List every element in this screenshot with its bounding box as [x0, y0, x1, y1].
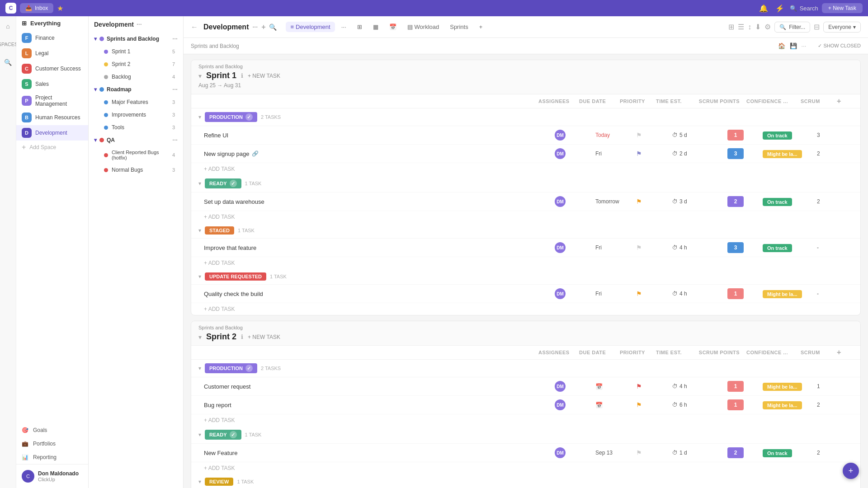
- task-name-new-feature[interactable]: New Feature: [204, 450, 555, 456]
- tab-sprints[interactable]: Sprints: [445, 22, 472, 32]
- more-topbar-icon[interactable]: ···: [802, 42, 807, 49]
- filter-button[interactable]: 🔍 Filter...: [774, 22, 810, 33]
- sidebar-item-sales[interactable]: S Sales: [16, 76, 88, 92]
- add-col-icon-s2[interactable]: +: [837, 348, 841, 356]
- task-name-customer-request[interactable]: Customer request: [204, 383, 555, 390]
- add-task-ready[interactable]: + ADD TASK: [191, 211, 860, 223]
- sidebar-reporting[interactable]: 📊 Reporting: [16, 450, 88, 464]
- add-col-icon[interactable]: +: [837, 97, 841, 105]
- panel-sprint2[interactable]: Sprint 2 7: [91, 58, 180, 70]
- tab-grid[interactable]: ▦: [368, 22, 383, 32]
- tab-more-views[interactable]: ···: [337, 22, 351, 32]
- panel-more-icon[interactable]: ···: [137, 21, 142, 28]
- sprint1-label: Sprint 1: [112, 48, 130, 55]
- group-production[interactable]: ▾ PRODUCTION ✓ 2 TASKS: [191, 108, 860, 126]
- group-collapse-icon[interactable]: ▾: [198, 432, 201, 438]
- sidebar-portfolios[interactable]: 💼 Portfolios: [16, 437, 88, 450]
- group-ready-s2[interactable]: ▾ READY ✓ 1 TASK: [191, 426, 860, 444]
- columns-icon[interactable]: ⊞: [728, 23, 734, 31]
- sidebar-item-customer-success[interactable]: C Customer Success: [16, 61, 88, 76]
- sidebar-everything[interactable]: ⊞ Everything: [16, 16, 88, 30]
- group-collapse-icon[interactable]: ▾: [198, 180, 201, 187]
- show-closed-button[interactable]: ✓ SHOW CLOSED: [818, 43, 861, 49]
- panel-improvements[interactable]: Improvements 3: [91, 109, 180, 121]
- group-more-icon[interactable]: ···: [172, 35, 178, 42]
- group-review-s2[interactable]: ▾ REVIEW 1 TASK: [191, 474, 860, 488]
- group-ready[interactable]: ▾ READY ✓ 1 TASK: [191, 175, 860, 192]
- sprint1-new-task-btn[interactable]: + NEW TASK: [248, 73, 280, 79]
- sprint2-new-task-btn[interactable]: + NEW TASK: [248, 334, 280, 340]
- add-view-button[interactable]: +: [475, 22, 487, 32]
- settings-icon[interactable]: ⚙: [764, 23, 771, 31]
- bolt-icon[interactable]: ⚡: [775, 4, 784, 13]
- panel-sprint1[interactable]: Sprint 1 5: [91, 46, 180, 57]
- panel-backlog[interactable]: Backlog 4: [91, 71, 180, 83]
- title-more-icon[interactable]: ···: [252, 23, 258, 31]
- group-update-requested[interactable]: ▾ UPDATE REQUESTED 1 TASK: [191, 269, 860, 285]
- add-task-update-requested[interactable]: + ADD TASK: [191, 303, 860, 315]
- search-content-icon[interactable]: 🔍: [269, 23, 277, 31]
- group-icon[interactable]: ☰: [738, 23, 744, 31]
- sprint2-collapse-icon[interactable]: ▾: [198, 333, 202, 341]
- notification-icon[interactable]: 🔔: [759, 4, 768, 13]
- sidebar-item-hr[interactable]: B Human Resources: [16, 110, 88, 125]
- group-collapse-icon[interactable]: ▾: [198, 227, 201, 234]
- title-plus-icon[interactable]: +: [261, 23, 265, 31]
- group-collapse-icon[interactable]: ▾: [198, 273, 201, 280]
- add-space-button[interactable]: + Add Space: [16, 141, 88, 154]
- sprint2-info-icon[interactable]: ℹ: [241, 333, 243, 340]
- roadmap-more-icon[interactable]: ···: [172, 86, 178, 93]
- inbox-button[interactable]: 📥 Inbox: [20, 3, 53, 13]
- panel-group-qa[interactable]: ▾ QA ···: [89, 134, 183, 146]
- search-sidebar-icon[interactable]: 🔍: [2, 56, 14, 69]
- new-task-button[interactable]: + New Task: [822, 3, 863, 13]
- sprint1-info-icon[interactable]: ℹ: [241, 72, 243, 79]
- sidebar-item-project-management[interactable]: P Project Management: [16, 92, 88, 110]
- panel-tools[interactable]: Tools 3: [91, 122, 180, 133]
- task-name-data-warehouse[interactable]: Set up data warehouse: [204, 198, 555, 205]
- sort-icon[interactable]: ↕: [748, 23, 751, 31]
- download-icon[interactable]: ⬇: [755, 23, 761, 31]
- spaces-icon[interactable]: SPACES: [2, 38, 14, 51]
- search-button[interactable]: 🔍 Search: [790, 5, 818, 12]
- tab-board[interactable]: ⊞: [353, 22, 367, 32]
- back-button[interactable]: ←: [191, 23, 198, 31]
- panel-group-sprints[interactable]: ▾ Sprints and Backlog ···: [89, 33, 183, 45]
- qa-more-icon[interactable]: ···: [172, 136, 178, 144]
- filter2-icon[interactable]: ⊟: [814, 23, 820, 31]
- tab-development[interactable]: ≡ Development: [286, 22, 335, 32]
- home-topbar-icon[interactable]: 🏠: [778, 42, 785, 49]
- task-name-quality-check[interactable]: Quality check the build: [204, 291, 555, 297]
- sidebar-item-development[interactable]: D Development: [16, 125, 88, 141]
- everyone-button[interactable]: Everyone ▾: [823, 22, 861, 33]
- add-task-staged[interactable]: + ADD TASK: [191, 257, 860, 269]
- home-icon[interactable]: ⌂: [2, 20, 14, 33]
- add-task-ready-s2[interactable]: + ADD TASK: [191, 462, 860, 474]
- group-production-s2[interactable]: ▾ PRODUCTION ✓ 2 TASKS: [191, 360, 860, 377]
- task-name-bug-report[interactable]: Bug report: [204, 402, 555, 408]
- group-collapse-icon[interactable]: ▾: [198, 114, 201, 120]
- sidebar-item-finance[interactable]: F Finance: [16, 30, 88, 46]
- panel-client-bugs[interactable]: Client Reported Bugs (hotfix) 4: [91, 147, 180, 163]
- group-staged[interactable]: ▾ STAGED 1 TASK: [191, 223, 860, 239]
- tab-calendar[interactable]: 📅: [385, 22, 401, 32]
- group-collapse-icon[interactable]: ▾: [198, 365, 201, 371]
- task-name-refine-ui[interactable]: Refine UI: [204, 132, 555, 139]
- save-topbar-icon[interactable]: 💾: [790, 42, 797, 49]
- panel-major-features[interactable]: Major Features 3: [91, 96, 180, 108]
- app-logo[interactable]: C: [5, 3, 16, 14]
- fab-button[interactable]: +: [843, 463, 859, 479]
- tab-workload[interactable]: ▤ Workload: [403, 22, 444, 32]
- group-collapse-icon[interactable]: ▾: [198, 479, 201, 485]
- star-icon[interactable]: ★: [57, 4, 63, 13]
- panel-group-roadmap[interactable]: ▾ Roadmap ···: [89, 83, 183, 96]
- panel-normal-bugs[interactable]: Normal Bugs 3: [91, 164, 180, 176]
- add-task-production[interactable]: + ADD TASK: [191, 163, 860, 175]
- task-assignee-data-warehouse: DM: [555, 196, 595, 207]
- sidebar-item-legal[interactable]: L Legal: [16, 46, 88, 61]
- task-name-improve[interactable]: Improve that feature: [204, 244, 555, 251]
- sidebar-goals[interactable]: 🎯 Goals: [16, 423, 88, 437]
- add-task-production-s2[interactable]: + ADD TASK: [191, 414, 860, 426]
- task-name-signup[interactable]: New signup page 🔗: [204, 150, 555, 157]
- sprint1-collapse-icon[interactable]: ▾: [198, 72, 202, 80]
